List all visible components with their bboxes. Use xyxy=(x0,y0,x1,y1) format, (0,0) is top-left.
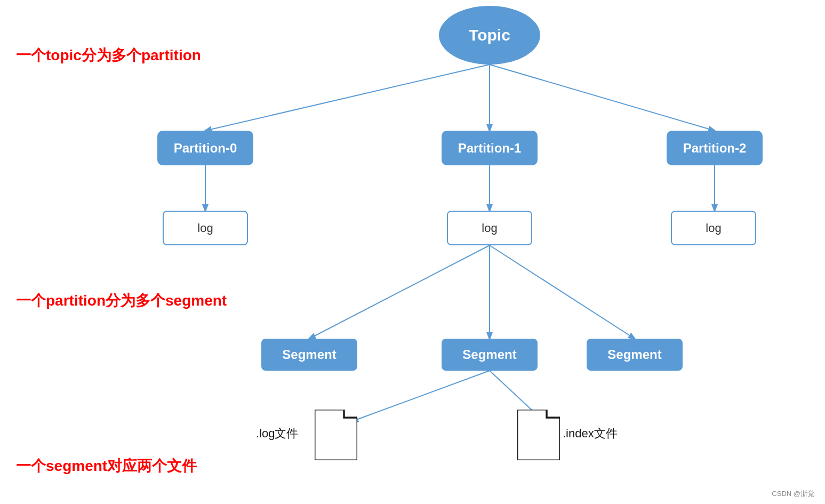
watermark: CSDN @浙觉 xyxy=(772,489,814,499)
log-1-node: log xyxy=(447,211,532,245)
svg-line-0 xyxy=(205,65,490,131)
partition-2-node: Partition-2 xyxy=(667,131,763,165)
svg-line-2 xyxy=(490,65,715,131)
annotation-segment-file: 一个segment对应两个文件 xyxy=(16,456,197,476)
partition-0-node: Partition-0 xyxy=(157,131,253,165)
topic-node: Topic xyxy=(439,6,540,65)
segment-1-node: Segment xyxy=(442,339,538,371)
annotation-topic-partition: 一个topic分为多个partition xyxy=(16,45,201,66)
file-log-label: .log文件 xyxy=(256,426,298,442)
diagram-container: Topic 一个topic分为多个partition 一个partition分为… xyxy=(0,0,825,504)
annotation-partition-segment: 一个partition分为多个segment xyxy=(16,291,227,311)
file-index-icon: .index文件 xyxy=(517,410,560,460)
file-log-icon: .log文件 xyxy=(315,410,357,460)
segment-0-node: Segment xyxy=(261,339,357,371)
partition-1-node: Partition-1 xyxy=(442,131,538,165)
topic-label: Topic xyxy=(469,26,510,44)
connector-lines xyxy=(0,0,825,504)
svg-line-8 xyxy=(490,245,635,339)
log-0-node: log xyxy=(163,211,248,245)
svg-line-6 xyxy=(309,245,490,339)
file-index-label: .index文件 xyxy=(563,426,618,442)
log-2-node: log xyxy=(671,211,756,245)
segment-2-node: Segment xyxy=(587,339,683,371)
svg-line-9 xyxy=(352,371,490,421)
